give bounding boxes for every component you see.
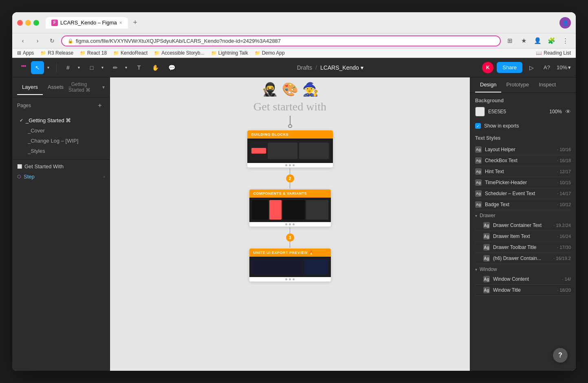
flow-node-1[interactable]: BUILDING BLOCKS (247, 130, 333, 167)
breadcrumb-current[interactable]: LCARS_Kendo ▾ (320, 64, 363, 71)
tab-inspect[interactable]: Inspect (534, 77, 561, 92)
flow-node-1-header: BUILDING BLOCKS (247, 130, 333, 139)
chevron-right-icon: › (104, 174, 105, 179)
text-style-drawer-toolbar[interactable]: Ag Drawer Toolbar Title · 17/30 (475, 242, 571, 253)
new-tab-button[interactable]: + (130, 17, 141, 29)
bookmark-apps[interactable]: ⊞ Apps (17, 50, 34, 56)
bookmark-kendoreact[interactable]: 📁 KendoReact (113, 50, 148, 56)
flow-node-3[interactable]: UNITE UI EXPORT PREVIEW 🔥 (249, 249, 331, 282)
minimize-button[interactable] (25, 20, 31, 26)
figma-main: Layers Assets _Getting Started ⌘ ▾ Pages… (12, 77, 576, 371)
show-exports-label: Show in exports (484, 123, 519, 129)
tool-divider-1 (56, 63, 57, 73)
select-tool-btn[interactable]: ↖ (31, 61, 44, 74)
maximize-button[interactable] (33, 20, 39, 26)
text-style-window-content[interactable]: Ag Window Content · 14/ (475, 274, 571, 285)
mascot-area: 🥷 🎨 🧙 (262, 81, 319, 97)
show-exports-checkbox[interactable]: ✓ (475, 123, 481, 129)
canvas-area[interactable]: 🥷 🎨 🧙 Get started with (110, 77, 470, 371)
tab-title: LCARS_Kendo – Figma (60, 20, 117, 26)
comment-tool-btn[interactable]: 💬 (165, 61, 178, 74)
breadcrumb-parent[interactable]: Drafts (297, 64, 312, 71)
text-style-drawer-container[interactable]: Ag Drawer Container Text · 19.2/24 (475, 220, 571, 231)
text-style-icon: Ag (475, 157, 482, 164)
frame-tool-btn[interactable]: # (62, 61, 75, 74)
figma-toolbar: ↖ ▾ # ▾ □ ▾ ✏ ▾ T ✋ 💬 Drafts (12, 58, 576, 77)
accessibility-button[interactable]: A? (540, 63, 553, 72)
layer-get-started-with[interactable]: ⬜ Get Started With (12, 161, 110, 172)
layer-step[interactable]: ⬡ Step › (12, 172, 110, 182)
traffic-lights (17, 20, 39, 26)
browser-user-avatar: 👤 (559, 17, 571, 29)
hand-tool-btn[interactable]: ✋ (149, 61, 162, 74)
url-text: figma.com/file/KVXYNVWrXtuXQJPSdyuKAb/LC… (76, 38, 494, 44)
figma-app: ↖ ▾ # ▾ □ ▾ ✏ ▾ T ✋ 💬 Drafts (12, 58, 576, 371)
text-style-icon: Ag (475, 190, 482, 197)
bookmark-icon[interactable]: ★ (518, 35, 529, 46)
background-color-value[interactable]: E5E5E5 (488, 109, 546, 114)
text-style-icon: Ag (475, 201, 482, 208)
bookmark-lightning-talk[interactable]: 📁 Lightning Talk (211, 50, 248, 56)
bookmark-r3-release[interactable]: 📁 R3 Release (40, 50, 73, 56)
visibility-toggle-btn[interactable]: 👁 (565, 108, 571, 115)
category-window[interactable]: ▾ Window (475, 264, 571, 274)
text-style-layout-helper[interactable]: Ag Layout Helper · 10/16 (475, 144, 571, 155)
select-tool-chevron[interactable]: ▾ (45, 61, 51, 74)
background-opacity-value: 100% (549, 109, 562, 114)
category-drawer[interactable]: ▾ Drawer (475, 210, 571, 220)
bookmark-accessible-storybook[interactable]: 📁 Accessible Storyb... (154, 50, 204, 56)
frame-tool-chevron[interactable]: ▾ (75, 61, 82, 74)
text-style-drawer-item[interactable]: Ag Drawer Item Text · 16/24 (475, 231, 571, 242)
flow-node-2[interactable]: COMPONENTS & VARIANTS (249, 189, 331, 227)
bookmark-demo-app[interactable]: 📁 Demo App (255, 50, 285, 56)
tab-close-btn[interactable]: × (119, 20, 122, 26)
text-style-badge[interactable]: Ag Badge Text · 10/12 (475, 199, 571, 210)
flow-node-1-content (247, 139, 333, 163)
add-page-button[interactable]: + (95, 101, 105, 110)
menu-icon[interactable]: ⋮ (559, 35, 571, 46)
share-button[interactable]: Share (497, 62, 522, 73)
pages-list: ✓ _Getting Started ⌘ _Cover _Change Log … (12, 114, 110, 158)
text-style-window-title[interactable]: Ag Window Title · 18/20 (475, 285, 571, 296)
refresh-button[interactable]: ↻ (46, 35, 58, 46)
text-tool-btn[interactable]: T (132, 61, 145, 74)
text-style-hint[interactable]: Ag Hint Text · 12/17 (475, 166, 571, 177)
tab-assets[interactable]: Assets (43, 80, 68, 95)
text-style-timepicker[interactable]: Ag TimePicker-Header · 10/15 (475, 177, 571, 188)
extension-icon[interactable]: 🧩 (546, 35, 557, 46)
forward-button[interactable]: › (32, 35, 43, 46)
shape-tool-btn[interactable]: □ (85, 61, 98, 74)
zoom-level-control[interactable]: 10% ▾ (557, 64, 571, 70)
address-bar[interactable]: 🔒 figma.com/file/KVXYNVWrXtuXQJPSdyuKAb/… (61, 35, 501, 46)
profile-icon[interactable]: 👤 (532, 35, 543, 46)
text-style-scheduler[interactable]: Ag Scheduler – Event Text · 14/17 (475, 188, 571, 199)
tool-group-shape: □ ▾ (85, 61, 106, 74)
active-tab[interactable]: F LCARS_Kendo – Figma × (46, 17, 128, 29)
pen-tool-chevron[interactable]: ▾ (123, 61, 129, 74)
tool-group-pen: ✏ ▾ (109, 61, 129, 74)
back-button[interactable]: ‹ (17, 35, 29, 46)
left-panel: Layers Assets _Getting Started ⌘ ▾ Pages… (12, 77, 110, 371)
folder-icon: 📁 (255, 51, 260, 56)
extensions-icon[interactable]: ⊞ (504, 35, 515, 46)
text-style-icon: Ag (483, 276, 490, 282)
close-button[interactable] (17, 20, 23, 26)
tab-layers[interactable]: Layers (17, 80, 43, 95)
figma-menu-btn[interactable] (17, 61, 30, 74)
reading-list[interactable]: 📖 Reading List (536, 50, 571, 56)
folder-icon: 📁 (211, 51, 217, 56)
help-button[interactable]: ? (553, 348, 568, 363)
text-style-drawer-h6[interactable]: Ag (h6) Drawer Contain... · 16/19.2 (475, 253, 571, 264)
play-button[interactable]: ▷ (526, 62, 537, 73)
page-item-getting-started[interactable]: ✓ _Getting Started ⌘ (15, 115, 107, 125)
page-item-change-log[interactable]: _Change Log – [WIP] (15, 136, 107, 146)
background-color-swatch[interactable] (475, 107, 485, 117)
bookmark-react18[interactable]: 📁 React 18 (80, 50, 107, 56)
pen-tool-btn[interactable]: ✏ (109, 61, 122, 74)
text-style-checkbox[interactable]: Ag CheckBox Text · 16/18 (475, 155, 571, 166)
page-item-styles[interactable]: _Styles (15, 146, 107, 156)
shape-tool-chevron[interactable]: ▾ (99, 61, 106, 74)
tab-prototype[interactable]: Prototype (501, 77, 534, 92)
page-item-cover[interactable]: _Cover (15, 125, 107, 136)
tab-design[interactable]: Design (475, 77, 501, 92)
